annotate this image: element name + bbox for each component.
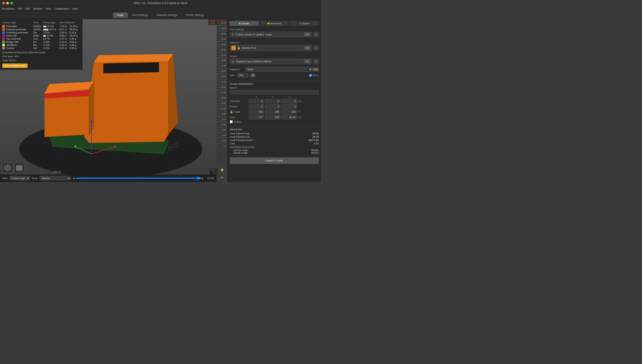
tab-print-settings[interactable]: Print Settings <box>128 12 152 18</box>
ruler-tick: 41.30 <box>217 20 227 26</box>
ruler-tick: 26.00 <box>217 68 227 74</box>
col-pct: Percentage <box>43 21 59 25</box>
filament-dropdown[interactable]: ▼ <box>304 46 310 50</box>
ruler-right: 41.30(275)39.9538.0035.9033.9532.0029.90… <box>217 19 227 182</box>
expert-mode-button[interactable]: Expert <box>290 21 319 26</box>
menu-configuration[interactable]: Configuration <box>54 7 69 10</box>
inches-checkbox[interactable] <box>230 120 233 123</box>
feature-color-swatch <box>2 31 5 34</box>
feature-name: Perimeter <box>6 25 17 28</box>
infill-input[interactable] <box>237 73 248 78</box>
supports-dropdown[interactable]: ▼ <box>313 68 319 71</box>
size-z[interactable] <box>282 115 297 120</box>
translate-x[interactable] <box>249 99 264 103</box>
translate-z[interactable] <box>282 99 297 103</box>
tab-printer-settings[interactable]: Printer Settings <box>182 12 208 18</box>
printer-label: Printer : <box>230 55 319 58</box>
brim-checkbox-row: Brim: <box>309 74 319 77</box>
bottom-right-icons: 🔒 ⚙ <box>217 165 227 182</box>
bottom-toolbar: View Feature type Line type Height Show … <box>0 174 217 182</box>
tab-plater[interactable]: Plater <box>113 12 128 18</box>
print-time-section: Estimated printing time: - normal mode 9… <box>230 146 319 154</box>
feature-used-m: 0.04 m <box>59 31 69 34</box>
tab-bar: Plater Print Settings Filament Settings … <box>0 11 321 19</box>
close-button[interactable] <box>2 2 5 4</box>
view-select[interactable]: Feature type Line type Height <box>9 176 30 180</box>
ruler-tick: 5.90 <box>217 122 227 127</box>
stats-table: Feature type Time Percentage Used filame… <box>2 21 80 50</box>
lock-button[interactable]: 🔒 <box>219 166 226 173</box>
view-label: View <box>2 177 8 180</box>
feature-color-swatch <box>2 47 5 50</box>
show-select[interactable]: Options <box>40 176 71 180</box>
feature-color-swatch <box>2 44 5 46</box>
infill-brim-row: Infill: ▼ Brim: <box>228 73 321 79</box>
simple-mode-button[interactable]: Simple <box>229 21 259 26</box>
menu-file[interactable]: File <box>18 7 22 10</box>
printer-value: Original Prusa i3 MK3S & MK3S+ <box>236 60 303 63</box>
sliced-filament-g-value: 84.66 <box>313 132 319 135</box>
print-settings-row: ⚙ 0.15mm QUALITY @MK3 - Copy ▼ ⚙ <box>230 32 319 37</box>
show-stealth-button[interactable]: Show stealth mode <box>2 64 28 68</box>
slider-arrow-left[interactable]: ◀ <box>73 177 75 180</box>
sliced-filament-m-label: Used Filament (m) <box>230 136 250 138</box>
brim-checkbox[interactable] <box>309 74 312 77</box>
filament-gear[interactable]: ⚙ <box>313 45 319 50</box>
axis-x-header: X <box>249 96 264 98</box>
rotate-y[interactable] <box>265 104 281 109</box>
layer-slider[interactable] <box>75 178 201 179</box>
menu-help[interactable]: Help <box>73 7 78 10</box>
svg-rect-39 <box>17 170 22 170</box>
scale-x[interactable] <box>249 110 264 114</box>
menu-view[interactable]: View <box>46 7 51 10</box>
print-settings-dropdown[interactable]: ▼ <box>304 32 310 36</box>
slider-arrow-right[interactable]: ▶ <box>202 177 204 180</box>
menu-prusaslicer[interactable]: PrusaSlicer <box>2 7 14 10</box>
size-label: Size: <box>230 116 248 118</box>
ruler-tick: 23.90 <box>217 74 227 79</box>
menu-window[interactable]: Window <box>33 7 42 10</box>
viewport-area[interactable]: Feature type Time Percentage Used filame… <box>0 19 227 182</box>
print-settings-gear[interactable]: ⚙ <box>313 32 319 37</box>
inches-row: Inches <box>230 120 319 123</box>
size-y[interactable] <box>265 115 281 120</box>
filament-color-swatch[interactable] <box>231 46 236 50</box>
feature-label-cell: Perimeter <box>2 25 33 28</box>
feature-name: Custom <box>6 47 15 50</box>
advanced-mode-button[interactable]: Advanced <box>260 21 289 26</box>
translate-y[interactable] <box>265 99 281 103</box>
feature-pct: 46.1% <box>43 28 59 31</box>
scale-z[interactable] <box>282 110 297 114</box>
view-3d-button[interactable] <box>2 162 13 173</box>
sliced-info-section: Sliced Info Used Filament (g) 84.66 Used… <box>228 126 321 156</box>
feature-time: 9m <box>33 44 43 46</box>
settings-button[interactable]: ⚙ <box>219 174 226 181</box>
size-row: Size: mm <box>230 115 319 120</box>
export-gcode-button[interactable]: Export G-code <box>230 157 319 164</box>
feature-pct: 25.1% <box>43 25 59 28</box>
mode-buttons: Simple Advanced Expert <box>228 19 321 27</box>
minimize-button[interactable] <box>6 2 9 4</box>
rotate-x[interactable] <box>249 104 264 109</box>
print-time-label: Estimated printing time: <box>230 146 319 148</box>
scale-lock-icon[interactable]: 🔒 <box>230 110 233 114</box>
menu-edit[interactable]: Edit <box>26 7 30 10</box>
feature-used-g: 21.90 g <box>69 25 80 28</box>
feature-time: 14s <box>33 46 43 50</box>
scale-y[interactable] <box>265 110 281 114</box>
feature-used-g: 28.36 g <box>69 28 80 31</box>
supports-select[interactable]: None <box>245 67 312 72</box>
tab-filament-settings[interactable]: Filament Settings <box>153 12 181 18</box>
ruler-tick: 3.95 <box>217 127 227 132</box>
printer-gear[interactable]: ⚙ <box>313 59 319 64</box>
view-layers-button[interactable] <box>14 162 25 173</box>
infill-dropdown[interactable]: ▼ <box>251 74 255 77</box>
slider-max-value: 161996 <box>205 177 214 180</box>
rotate-z[interactable] <box>282 104 297 109</box>
name-input[interactable] <box>230 90 319 94</box>
printer-dropdown[interactable]: ▼ <box>304 60 310 63</box>
size-x[interactable] <box>249 115 264 120</box>
ruler-tick: 9.95 <box>217 111 227 116</box>
feature-name: External perimeter <box>6 28 26 31</box>
maximize-button[interactable] <box>10 2 13 4</box>
